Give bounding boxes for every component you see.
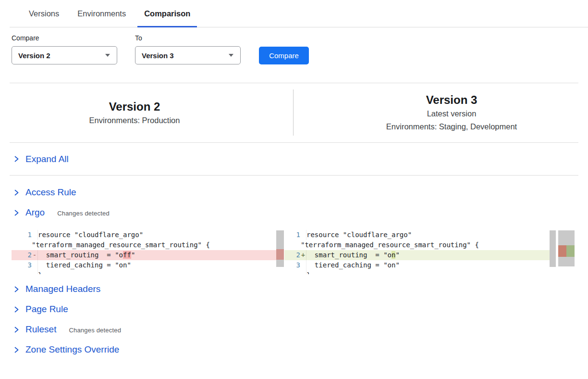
version-headers: Version 2 Environments: Production Versi… <box>0 83 588 142</box>
diff-line: 3 tiered_caching = "on" <box>284 260 550 270</box>
chevron-down-icon <box>105 54 110 57</box>
scrollbar-change-marker <box>276 249 284 260</box>
tab-comparison[interactable]: Comparison <box>137 9 197 27</box>
overview-removed-block <box>558 245 566 257</box>
to-version-select[interactable]: Version 3 <box>135 46 241 64</box>
section-label: Argo <box>25 207 45 218</box>
chevron-right-icon <box>13 347 20 353</box>
left-version-title: Version 2 <box>12 99 257 114</box>
compare-controls: Compare Version 2 To Version 3 Compare <box>0 27 588 64</box>
section-argo[interactable]: Argo Changes detected <box>0 202 588 223</box>
compare-version-value: Version 2 <box>18 51 50 60</box>
removed-word-highlight: ff <box>123 251 131 259</box>
code-text: resource "cloudflare_argo" <box>306 230 550 240</box>
code-text: smart_routing = "off" <box>37 250 276 260</box>
chevron-right-icon <box>13 306 20 313</box>
expand-all-label: Expand All <box>25 154 69 164</box>
chevron-right-icon <box>13 286 20 292</box>
section-label: Managed Headers <box>25 284 100 294</box>
removed-marker: - <box>32 250 37 260</box>
section-label: Page Rule <box>25 304 68 315</box>
to-label: To <box>135 34 241 42</box>
line-number: 2 <box>12 250 32 260</box>
line-number: 2 <box>284 250 300 260</box>
right-version-latest: Latest version <box>329 107 575 120</box>
section-zone-settings-override[interactable]: Zone Settings Override <box>0 340 588 360</box>
overview-added-block <box>566 245 575 257</box>
section-label: Ruleset <box>25 324 56 335</box>
chevron-right-icon <box>13 327 20 333</box>
tab-versions[interactable]: Versions <box>22 9 66 27</box>
diff-line: 3 tiered_caching = "on" <box>12 260 276 270</box>
line-number: 3 <box>284 260 300 270</box>
added-marker: + <box>300 250 306 260</box>
line-number: 3 <box>12 260 32 270</box>
diff-line: 1 resource "cloudflare_argo" <box>284 230 550 240</box>
diff-overview-ruler[interactable] <box>558 230 575 266</box>
vertical-divider <box>293 89 294 136</box>
code-text: tiered_caching = "on" <box>37 260 276 270</box>
section-label: Zone Settings Override <box>25 344 119 355</box>
diff-line-wrap: "terraform_managed_resource_smart_routin… <box>284 240 550 250</box>
version-header-left: Version 2 Environments: Production <box>12 83 257 142</box>
compare-button[interactable]: Compare <box>259 47 309 64</box>
chevron-right-icon <box>13 156 20 162</box>
divider <box>10 175 578 176</box>
left-version-environments: Environments: Production <box>12 114 257 127</box>
code-text: } <box>306 270 550 274</box>
diff-line: } <box>284 270 550 274</box>
compare-version-select[interactable]: Version 2 <box>12 46 117 64</box>
tab-environments[interactable]: Environments <box>71 9 133 27</box>
chevron-down-icon <box>229 54 233 57</box>
code-text: resource "cloudflare_argo" <box>37 230 276 240</box>
overview-change-marker <box>558 245 575 257</box>
right-scrollbar[interactable] <box>550 230 556 267</box>
to-version-value: Version 3 <box>142 51 174 60</box>
section-label: Access Rule <box>25 187 76 198</box>
diff-line: } <box>12 270 276 274</box>
left-scrollbar[interactable] <box>276 230 284 267</box>
diff-line: 1 resource "cloudflare_argo" <box>12 230 276 240</box>
line-number: 1 <box>284 230 300 240</box>
chevron-right-icon <box>13 210 20 216</box>
changes-detected-badge: Changes detected <box>57 208 110 217</box>
diff-line-wrap: "terraform_managed_resource_smart_routin… <box>12 240 276 250</box>
diff-line-removed: 2 - smart_routing = "off" <box>12 250 276 260</box>
section-ruleset[interactable]: Ruleset Changes detected <box>0 319 588 340</box>
right-version-title: Version 3 <box>329 92 575 107</box>
changes-detected-badge: Changes detected <box>69 325 121 334</box>
diff-pane-left[interactable]: 1 resource "cloudflare_argo" "terraform_… <box>12 230 284 274</box>
right-version-environments: Environments: Staging, Development <box>329 120 575 133</box>
code-text: smart_routing = "on" <box>306 250 550 260</box>
code-text: tiered_caching = "on" <box>306 260 550 270</box>
chevron-right-icon <box>13 190 20 196</box>
line-number: 1 <box>12 230 32 240</box>
expand-all-button[interactable]: Expand All <box>0 143 588 175</box>
diff-pane-right[interactable]: 1 resource "cloudflare_argo" "terraform_… <box>284 230 575 274</box>
section-managed-headers[interactable]: Managed Headers <box>0 279 588 299</box>
argo-diff-viewer: 1 resource "cloudflare_argo" "terraform_… <box>12 230 575 274</box>
tab-bar: Versions Environments Comparison <box>10 0 588 27</box>
compare-label: Compare <box>12 34 117 42</box>
diff-line-added: 2 + smart_routing = "on" <box>284 250 550 260</box>
section-page-rule[interactable]: Page Rule <box>0 299 588 319</box>
resource-sections: Access Rule Argo Changes detected 1 reso… <box>0 182 588 360</box>
code-text: } <box>37 270 276 274</box>
version-header-right: Version 3 Latest version Environments: S… <box>329 83 575 142</box>
section-access-rule[interactable]: Access Rule <box>0 182 588 202</box>
